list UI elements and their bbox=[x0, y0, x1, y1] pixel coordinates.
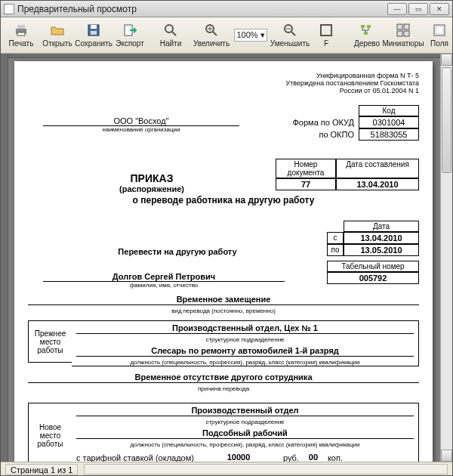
form-line-3: России от 05.01.2004 N 1 bbox=[28, 87, 419, 94]
svg-line-10 bbox=[213, 32, 217, 36]
salary-kop: коп. bbox=[328, 453, 343, 462]
doc-title-2: (распоряжение) bbox=[28, 184, 276, 193]
svg-rect-23 bbox=[404, 31, 409, 36]
zoom-out-label: Уменьшить bbox=[270, 39, 310, 48]
okpo-value: 51883055 bbox=[359, 128, 419, 141]
salary-amount: 10000 bbox=[197, 453, 280, 462]
salary-rub: руб. bbox=[283, 453, 299, 462]
svg-rect-2 bbox=[17, 32, 25, 36]
docnum-value: 77 bbox=[276, 178, 336, 190]
tree-label: Дерево bbox=[354, 39, 380, 48]
print-button[interactable]: Печать bbox=[4, 19, 39, 52]
window-controls: — ▭ ✕ bbox=[387, 3, 449, 15]
open-button[interactable]: Открыть bbox=[40, 19, 75, 52]
thumbnails-button[interactable]: Миниатюры bbox=[386, 19, 421, 52]
maximize-button[interactable]: ▭ bbox=[408, 3, 428, 15]
folder-open-icon bbox=[50, 23, 65, 38]
fields-label: Поля bbox=[430, 39, 448, 48]
new-dept-caption: структурное подразделение bbox=[205, 419, 284, 425]
document-page: Унифицированная форма N Т- 5 Утверждена … bbox=[14, 61, 433, 462]
save-button[interactable]: Сохранить bbox=[76, 19, 111, 52]
minimize-button[interactable]: — bbox=[387, 3, 407, 15]
svg-rect-5 bbox=[91, 31, 97, 35]
status-empty bbox=[84, 464, 448, 474]
zoom-out-icon bbox=[282, 23, 297, 38]
employee-fio: Долгов Сергей Петрович bbox=[43, 272, 285, 282]
ruler-left bbox=[1, 54, 8, 462]
zoom-out-button[interactable]: Уменьшить bbox=[273, 19, 307, 52]
salary-label: с тарифной ставкой (окладом) bbox=[76, 453, 194, 462]
open-label: Открыть bbox=[42, 39, 72, 48]
printer-icon bbox=[14, 23, 29, 38]
date-header: Дата bbox=[344, 221, 419, 232]
org-caption: наименование организации bbox=[28, 126, 254, 133]
svg-rect-22 bbox=[397, 31, 402, 36]
svg-rect-4 bbox=[91, 25, 97, 29]
app-window: Предварительный просмотр — ▭ ✕ Печать От… bbox=[0, 0, 453, 476]
zoom-select[interactable]: 100% ▾ bbox=[230, 19, 271, 52]
org-name: ООО "Восход" bbox=[43, 116, 239, 126]
doc-title-1: ПРИКАЗ bbox=[28, 172, 276, 184]
export-label: Экспорт bbox=[116, 39, 144, 48]
thumbnails-label: Миниатюры bbox=[382, 39, 424, 48]
transfer-type-caption: вид перевода (постоянно, временно) bbox=[171, 308, 276, 314]
fullscreen-label: F bbox=[324, 39, 328, 48]
transfer-label: Перевести на другую работу bbox=[28, 247, 327, 256]
export-icon bbox=[122, 23, 137, 38]
zoom-in-label: Увеличить bbox=[193, 39, 230, 48]
date-to-label: по bbox=[327, 244, 344, 256]
toolbar: Печать Открыть Сохранить Экспорт Найти У… bbox=[1, 17, 452, 54]
okud-label: Форма по ОКУД bbox=[288, 116, 359, 128]
tabnum-value: 005792 bbox=[327, 272, 419, 284]
titlebar: Предварительный просмотр — ▭ ✕ bbox=[1, 1, 452, 17]
find-button[interactable]: Найти bbox=[153, 19, 188, 52]
scroll-thumb[interactable] bbox=[442, 67, 451, 173]
preview-area: Унифицированная форма N Т- 5 Утверждена … bbox=[1, 54, 452, 462]
svg-rect-19 bbox=[364, 32, 368, 35]
status-page: Страница 1 из 1 bbox=[5, 464, 78, 474]
search-icon bbox=[163, 23, 178, 38]
scroll-up-button[interactable] bbox=[441, 54, 452, 66]
prev-job: Слесарь по ремонту автомобилей 1-й разря… bbox=[76, 346, 414, 357]
code-header: Код bbox=[359, 105, 419, 116]
form-line-1: Унифицированная форма N Т- 5 bbox=[28, 72, 419, 79]
vertical-scrollbar[interactable] bbox=[440, 54, 452, 462]
fullscreen-button[interactable]: F bbox=[309, 19, 344, 52]
transfer-reason: Временное отсутствие другого сотрудника bbox=[28, 372, 419, 383]
svg-rect-20 bbox=[397, 24, 402, 29]
thumbnails-icon bbox=[396, 23, 411, 38]
zoom-in-button[interactable]: Увеличить bbox=[194, 19, 229, 52]
app-icon bbox=[4, 4, 14, 14]
prev-place-label: Прежнее место работы bbox=[28, 320, 72, 363]
svg-line-14 bbox=[291, 32, 295, 36]
form-line-2: Утверждена постановлением Госкомстата bbox=[28, 79, 419, 87]
close-button[interactable]: ✕ bbox=[430, 3, 449, 15]
new-job: Подсобный рабочий bbox=[76, 428, 414, 439]
transfer-type: Временное замещение bbox=[28, 295, 419, 305]
window-title: Предварительный просмотр bbox=[17, 4, 387, 14]
fields-icon bbox=[432, 23, 447, 38]
zoom-in-icon bbox=[204, 23, 219, 38]
prev-dept-caption: структурное подразделение bbox=[205, 336, 284, 343]
statusbar: Страница 1 из 1 bbox=[1, 462, 452, 475]
export-button[interactable]: Экспорт bbox=[112, 19, 147, 52]
tabnum-header: Табельный номер bbox=[327, 261, 419, 272]
svg-rect-21 bbox=[404, 24, 409, 29]
fullscreen-icon bbox=[319, 23, 334, 38]
svg-rect-17 bbox=[361, 25, 365, 28]
tree-button[interactable]: Дерево bbox=[350, 19, 384, 52]
new-place-label: Новое место работы bbox=[28, 403, 72, 462]
save-label: Сохранить bbox=[75, 39, 112, 48]
svg-rect-1 bbox=[17, 25, 25, 29]
new-dept: Производственный отдел bbox=[76, 406, 414, 416]
fields-button[interactable]: Поля bbox=[422, 19, 452, 52]
prev-dept: Производственный отдел, Цех № 1 bbox=[76, 323, 414, 334]
docnum-header: Номер документа bbox=[276, 159, 336, 178]
save-icon bbox=[86, 23, 101, 38]
scroll-down-button[interactable] bbox=[441, 450, 452, 462]
salary-kop-value: 00 bbox=[302, 453, 325, 462]
tree-icon bbox=[359, 23, 374, 38]
new-job-caption: должность (специальность, профессия), ра… bbox=[130, 441, 359, 448]
zoom-value[interactable]: 100% ▾ bbox=[234, 29, 267, 42]
reason-caption: причина перевода bbox=[198, 385, 249, 392]
